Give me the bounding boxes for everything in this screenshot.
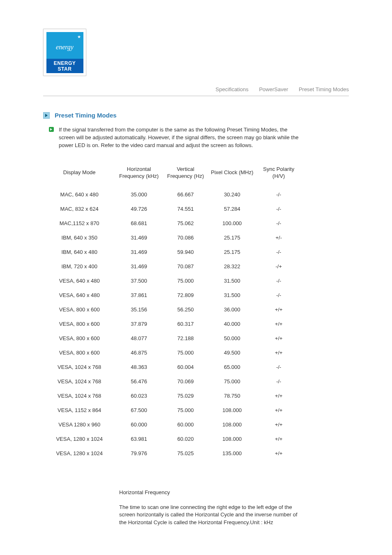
table-cell: 75.000	[162, 403, 209, 417]
table-cell: 68.681	[115, 216, 162, 230]
section-arrow-icon	[43, 112, 50, 119]
table-cell: IBM, 640 x 350	[43, 230, 115, 245]
table-row: VESA, 800 x 60048.07772.18850.000+/+	[43, 331, 302, 345]
table-cell: 31.469	[115, 259, 162, 274]
table-row: VESA, 1152 x 86467.50075.000108.000+/+	[43, 403, 302, 417]
table-cell: 74.551	[162, 202, 209, 216]
table-cell: 60.023	[115, 389, 162, 403]
table-cell: 30.240	[209, 187, 255, 202]
table-cell: 56.476	[115, 374, 162, 389]
energy-star-logo: ENERGY STAR	[43, 29, 86, 76]
table-cell: MAC,1152 x 870	[43, 216, 115, 230]
table-cell: VESA, 1024 x 768	[43, 360, 115, 374]
table-cell: 35.156	[115, 302, 162, 317]
table-cell: 108.000	[209, 403, 255, 417]
table-cell: 59.940	[162, 245, 209, 259]
table-cell: 37.500	[115, 274, 162, 288]
table-cell: 75.029	[162, 389, 209, 403]
table-row: VESA, 800 x 60037.87960.31740.000+/+	[43, 317, 302, 331]
tab-preset-timing-modes[interactable]: Preset Timing Modes	[299, 86, 349, 92]
table-cell: VESA, 1024 x 768	[43, 374, 115, 389]
table-cell: 50.000	[209, 331, 255, 345]
table-row: VESA, 640 x 48037.50075.00031.500-/-	[43, 274, 302, 288]
table-cell: VESA, 800 x 600	[43, 345, 115, 360]
table-cell: -/-	[256, 216, 302, 230]
table-cell: 67.500	[115, 403, 162, 417]
table-cell: MAC, 832 x 624	[43, 202, 115, 216]
definition-body: The time to scan one line connecting the…	[119, 504, 302, 527]
table-row: VESA, 640 x 48037.86172.80931.500-/-	[43, 288, 302, 302]
table-cell: VESA, 1280 x 1024	[43, 432, 115, 446]
table-cell: VESA 1280 x 960	[43, 417, 115, 432]
table-row: IBM, 720 x 40031.46970.08728.322-/+	[43, 259, 302, 274]
table-cell: -/-	[256, 187, 302, 202]
table-cell: +/+	[256, 317, 302, 331]
table-cell: 31.500	[209, 274, 255, 288]
tab-bar: Specifications PowerSaver Preset Timing …	[43, 86, 349, 96]
table-cell: -/-	[256, 360, 302, 374]
th-pixel-clock: Pixel Clock (MHz)	[209, 160, 255, 187]
table-cell: 37.861	[115, 288, 162, 302]
table-cell: +/+	[256, 432, 302, 446]
table-cell: +/+	[256, 403, 302, 417]
table-row: IBM, 640 x 35031.46970.08625.175+/-	[43, 230, 302, 245]
th-horizontal-frequency: Horizontal Frequency (kHz)	[115, 160, 162, 187]
table-cell: VESA, 800 x 600	[43, 331, 115, 345]
table-row: MAC, 832 x 62449.72674.55157.284-/-	[43, 202, 302, 216]
table-row: VESA, 1024 x 76848.36360.00465.000-/-	[43, 360, 302, 374]
table-cell: 108.000	[209, 432, 255, 446]
table-cell: 135.000	[209, 446, 255, 461]
table-cell: +/+	[256, 417, 302, 432]
table-cell: 28.322	[209, 259, 255, 274]
table-cell: 57.284	[209, 202, 255, 216]
table-cell: 36.000	[209, 302, 255, 317]
tab-specifications[interactable]: Specifications	[216, 86, 249, 92]
table-cell: 49.500	[209, 345, 255, 360]
table-cell: 31.469	[115, 245, 162, 259]
table-cell: 46.875	[115, 345, 162, 360]
table-cell: VESA, 1024 x 768	[43, 389, 115, 403]
bullet-icon	[49, 127, 54, 132]
table-cell: +/-	[256, 230, 302, 245]
table-row: VESA, 800 x 60035.15656.25036.000+/+	[43, 302, 302, 317]
table-cell: 49.726	[115, 202, 162, 216]
table-cell: 31.469	[115, 230, 162, 245]
table-cell: 75.062	[162, 216, 209, 230]
tab-powersaver[interactable]: PowerSaver	[259, 86, 288, 92]
table-cell: VESA, 1280 x 1024	[43, 446, 115, 461]
table-cell: IBM, 720 x 400	[43, 259, 115, 274]
table-cell: +/+	[256, 345, 302, 360]
table-cell: 25.175	[209, 230, 255, 245]
section-intro: If the signal transferred from the compu…	[59, 126, 301, 150]
table-cell: 60.317	[162, 317, 209, 331]
table-cell: -/-	[256, 274, 302, 288]
table-cell: 35.000	[115, 187, 162, 202]
table-cell: 40.000	[209, 317, 255, 331]
table-cell: 66.667	[162, 187, 209, 202]
table-cell: 48.077	[115, 331, 162, 345]
table-cell: -/-	[256, 202, 302, 216]
table-cell: 79.976	[115, 446, 162, 461]
table-cell: +/+	[256, 446, 302, 461]
table-cell: 48.363	[115, 360, 162, 374]
table-row: VESA 1280 x 96060.00060.000108.000+/+	[43, 417, 302, 432]
table-cell: 108.000	[209, 417, 255, 432]
table-row: VESA, 1280 x 102463.98160.020108.000+/+	[43, 432, 302, 446]
table-cell: IBM, 640 x 480	[43, 245, 115, 259]
table-cell: 37.879	[115, 317, 162, 331]
table-cell: 75.000	[209, 374, 255, 389]
table-row: MAC,1152 x 87068.68175.062100.000-/-	[43, 216, 302, 230]
table-row: VESA, 1280 x 102479.97675.025135.000+/+	[43, 446, 302, 461]
table-cell: 70.086	[162, 230, 209, 245]
definition-title: Horizontal Frequency	[119, 489, 302, 495]
table-cell: 60.020	[162, 432, 209, 446]
table-cell: -/-	[256, 374, 302, 389]
table-cell: -/+	[256, 259, 302, 274]
section-heading: Preset Timing Modes	[55, 112, 117, 119]
table-cell: 78.750	[209, 389, 255, 403]
table-row: VESA, 1024 x 76860.02375.02978.750+/+	[43, 389, 302, 403]
table-cell: 75.025	[162, 446, 209, 461]
timing-modes-table: Display Mode Horizontal Frequency (kHz) …	[43, 160, 302, 461]
table-row: IBM, 640 x 48031.46959.94025.175-/-	[43, 245, 302, 259]
th-sync-polarity: Sync Polarity (H/V)	[256, 160, 302, 187]
